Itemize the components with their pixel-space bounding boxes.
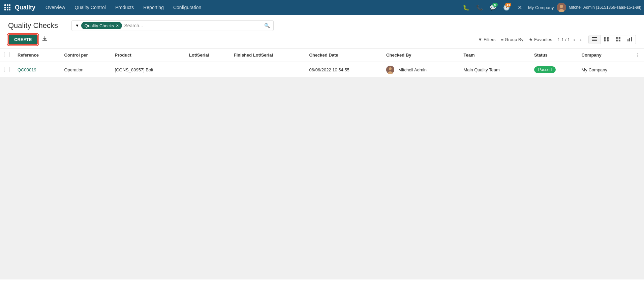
select-all-checkbox[interactable] [0, 48, 13, 62]
svg-rect-25 [617, 38, 618, 39]
col-company[interactable]: Company [578, 48, 632, 62]
tools-icon[interactable]: ✕ [515, 2, 525, 13]
svg-rect-30 [627, 39, 628, 41]
row-checkbox[interactable] [4, 67, 9, 72]
bug-icon[interactable]: 🐛 [461, 2, 471, 13]
clock-badge: 34 [505, 3, 511, 7]
svg-rect-20 [607, 39, 609, 41]
row-checkbox-cell[interactable] [0, 62, 13, 77]
col-product[interactable]: Product [111, 48, 185, 62]
chat-badge: 5 [492, 3, 498, 7]
svg-rect-18 [607, 37, 609, 39]
cell-status: Passed [530, 62, 577, 77]
search-box[interactable]: ▼ Quality Checks × 🔍 [71, 20, 274, 31]
filters-icon: ▼ [478, 37, 482, 42]
star-icon: ★ [529, 37, 533, 42]
filters-button[interactable]: ▼ Filters [478, 37, 495, 42]
chart-view-button[interactable] [624, 35, 636, 44]
navbar-item-reporting[interactable]: Reporting [139, 0, 168, 15]
table-row[interactable]: QC00019 Operation [CONS_89957] Bolt 06/0… [0, 62, 644, 77]
list-view-button[interactable] [589, 35, 601, 44]
chat-icon[interactable]: 💬 5 [488, 2, 498, 13]
cell-checked-date: 06/06/2022 10:54:55 [305, 62, 382, 77]
svg-point-34 [389, 67, 392, 70]
col-checked-date[interactable]: Checked Date [305, 48, 382, 62]
clock-icon[interactable]: 🕐 34 [501, 2, 512, 13]
svg-rect-28 [617, 40, 618, 41]
search-filter-tag: Quality Checks × [81, 22, 122, 29]
svg-rect-26 [619, 38, 620, 39]
cell-control-per: Operation [60, 62, 111, 77]
user-info[interactable]: Mitchell Admin (16151359-saas-15-1-all) [569, 5, 641, 10]
grid-menu-icon[interactable] [3, 3, 12, 12]
svg-rect-3 [4, 7, 6, 8]
cell-product: [CONS_89957] Bolt [111, 62, 185, 77]
navbar-item-overview[interactable]: Overview [41, 0, 70, 15]
pagination-text: 1-1 / 1 [557, 37, 570, 42]
filter-tag-label: Quality Checks [85, 23, 114, 28]
page-title: Quality Checks [8, 21, 58, 30]
cell-finished-lot-serial [230, 62, 305, 77]
app-brand[interactable]: Quality [15, 4, 35, 11]
group-by-button[interactable]: ≡ Group By [501, 37, 524, 42]
col-status[interactable]: Status [530, 48, 577, 62]
col-more[interactable]: ⋮ [632, 48, 644, 62]
search-icon[interactable]: 🔍 [264, 23, 270, 28]
filter-icon: ▼ [75, 23, 79, 28]
company-name[interactable]: My Company [528, 5, 554, 10]
filter-tag-close[interactable]: × [116, 23, 119, 28]
navbar-item-products[interactable]: Products [111, 0, 139, 15]
navbar-item-configuration[interactable]: Configuration [168, 0, 206, 15]
cell-checked-by: Mitchell Admin [382, 62, 459, 77]
checked-by-name: Mitchell Admin [398, 67, 427, 72]
kanban-view-button[interactable] [601, 35, 612, 44]
svg-point-10 [560, 5, 563, 8]
svg-rect-31 [629, 38, 630, 41]
cell-team: Main Quality Team [459, 62, 530, 77]
svg-rect-5 [9, 7, 10, 8]
svg-rect-7 [7, 9, 8, 10]
export-button[interactable] [40, 34, 49, 45]
navbar-item-quality-control[interactable]: Quality Control [70, 0, 111, 15]
col-finished-lot-serial[interactable]: Finished Lot/Serial [230, 48, 305, 62]
svg-rect-17 [604, 37, 606, 39]
favorites-button[interactable]: ★ Favorites [529, 37, 552, 42]
svg-rect-0 [4, 4, 6, 6]
svg-rect-6 [4, 9, 6, 10]
toolbar: CREATE ▼ Filters ≡ Group By ★ F [0, 31, 644, 48]
svg-rect-29 [619, 40, 620, 41]
col-control-per[interactable]: Control per [60, 48, 111, 62]
col-checked-by[interactable]: Checked By [382, 48, 459, 62]
create-button[interactable]: CREATE [8, 34, 38, 45]
pagination: 1-1 / 1 ‹ › [557, 36, 583, 43]
group-by-icon: ≡ [501, 37, 504, 42]
svg-rect-12 [42, 40, 47, 41]
checked-by-avatar [386, 66, 394, 74]
search-input[interactable] [124, 23, 262, 28]
navbar-right: 🐛 📞 💬 5 🕐 34 ✕ My Company Mitchell Admin… [461, 2, 641, 13]
page-header: Quality Checks ▼ Quality Checks × 🔍 [0, 15, 644, 31]
svg-rect-21 [616, 37, 617, 38]
header-checkbox[interactable] [4, 52, 9, 57]
prev-page-button[interactable]: ‹ [572, 36, 576, 43]
phone-icon[interactable]: 📞 [474, 2, 485, 13]
navbar: Quality Overview Quality Control Product… [0, 0, 644, 15]
col-lot-serial[interactable]: Lot/Serial [185, 48, 230, 62]
grid-view-button[interactable] [612, 35, 624, 44]
col-reference[interactable]: Reference [13, 48, 60, 62]
next-page-button[interactable]: › [579, 36, 583, 43]
svg-rect-22 [617, 37, 618, 38]
status-badge: Passed [534, 66, 556, 73]
svg-rect-27 [616, 40, 617, 41]
svg-rect-1 [7, 4, 8, 6]
col-team[interactable]: Team [459, 48, 530, 62]
svg-rect-8 [9, 9, 10, 10]
row-more-button[interactable] [632, 62, 644, 77]
svg-rect-23 [619, 37, 620, 38]
cell-reference[interactable]: QC00019 [13, 62, 60, 77]
user-avatar[interactable] [557, 3, 566, 12]
view-toggle [588, 35, 636, 44]
toolbar-left: CREATE [8, 34, 49, 45]
empty-content-area [0, 77, 644, 279]
svg-rect-14 [592, 37, 597, 38]
